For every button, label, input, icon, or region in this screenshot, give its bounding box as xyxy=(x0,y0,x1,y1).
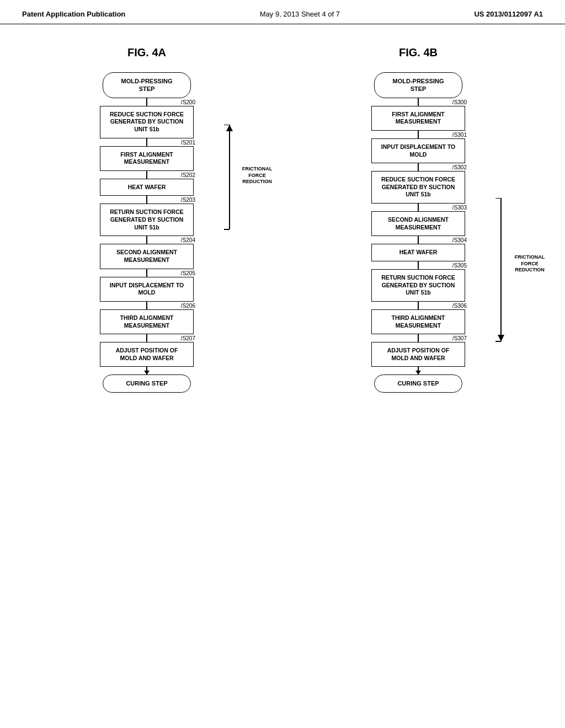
label-s303: /S303 xyxy=(452,205,467,211)
label-s301: /S301 xyxy=(452,132,467,138)
step-end-b: CURING STEP xyxy=(374,374,462,392)
label-s304: /S304 xyxy=(452,237,467,243)
step-s304: HEAT WAFER xyxy=(371,244,465,261)
step-s307: ADJUST POSITION OF MOLD AND WAFER xyxy=(371,342,465,367)
header-patent: US 2013/0112097 A1 xyxy=(474,10,543,18)
label-s203: /S203 xyxy=(181,197,195,203)
step-s202: HEAT WAFER xyxy=(100,179,194,196)
step-s300: FIRST ALIGNMENT MEASUREMENT xyxy=(371,106,465,131)
label-s207: /S207 xyxy=(181,335,195,341)
label-s306: /S306 xyxy=(452,303,467,309)
fig-4a-title: FIG. 4A xyxy=(127,46,166,59)
step-s203: RETURN SUCTION FORCE GENERATED BY SUCTIO… xyxy=(100,204,194,236)
label-s307: /S307 xyxy=(452,335,467,341)
step-s301: INPUT DISPLACEMENT TO MOLD xyxy=(371,138,465,163)
step-s207: ADJUST POSITION OF MOLD AND WAFER xyxy=(100,342,194,367)
step-start-a: MOLD-PRESSING STEP xyxy=(103,72,191,98)
diagram-4b: FIG. 4B MOLD-PRESSING STEP /S300 FIRST A… xyxy=(302,46,534,393)
label-s202: /S202 xyxy=(181,172,195,178)
label-s200: /S200 xyxy=(181,99,195,105)
step-s306: THIRD ALIGNMENT MEASUREMENT xyxy=(371,309,465,334)
brace-label-4b: FRICTIONALFORCEREDUCTION xyxy=(513,254,546,274)
step-start-b: MOLD-PRESSING STEP xyxy=(374,72,462,98)
step-s201: FIRST ALIGNMENT MEASUREMENT xyxy=(100,146,194,171)
label-s302: /S302 xyxy=(452,164,467,170)
label-s305: /S305 xyxy=(452,263,467,269)
svg-marker-3 xyxy=(226,125,233,131)
svg-marker-7 xyxy=(498,335,504,341)
step-s204: SECOND ALIGNMENT MEASUREMENT xyxy=(100,244,194,269)
step-s302: REDUCE SUCTION FORCE GENERATED BY SUCTIO… xyxy=(371,171,465,204)
diagram-4a: FIG. 4A MOLD-PRESSING STEP /S200 REDUCE … xyxy=(31,46,263,393)
page-header: Patent Application Publication May 9, 20… xyxy=(0,0,565,24)
header-date: May 9, 2013 Sheet 4 of 7 xyxy=(260,10,340,18)
label-s205: /S205 xyxy=(181,270,195,276)
label-s206: /S206 xyxy=(181,303,195,309)
step-s303: SECOND ALIGNMENT MEASUREMENT xyxy=(371,211,465,236)
step-s205: INPUT DISPLACEMENT TO MOLD xyxy=(100,277,194,302)
fig-4b-title: FIG. 4B xyxy=(399,46,438,59)
brace-label-4a: FRICTIONALFORCEREDUCTION xyxy=(241,166,274,185)
step-s206: THIRD ALIGNMENT MEASUREMENT xyxy=(100,309,194,334)
step-end-a: CURING STEP xyxy=(103,374,191,392)
header-publication: Patent Application Publication xyxy=(22,10,125,18)
diagrams-container: FIG. 4A MOLD-PRESSING STEP /S200 REDUCE … xyxy=(0,24,565,404)
step-s305: RETURN SUCTION FORCE GENERATED BY SUCTIO… xyxy=(371,269,465,302)
label-s201: /S201 xyxy=(181,140,195,146)
label-s300: /S300 xyxy=(452,99,467,105)
step-s200: REDUCE SUCTION FORCE GENERATED BY SUCTIO… xyxy=(100,106,194,138)
label-s204: /S204 xyxy=(181,237,195,243)
